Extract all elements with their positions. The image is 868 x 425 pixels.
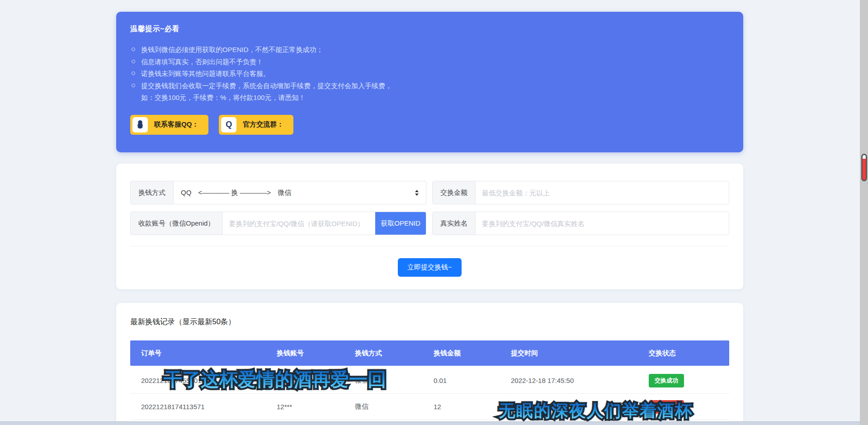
qq-penguin-icon (132, 117, 148, 132)
contact-qq-button[interactable]: 联系客服QQ： (130, 115, 208, 135)
notice-item: 如：交换100元，手续费：%，将付款100元，请悉知！ (130, 92, 729, 104)
time-cell: 2022-12-18 17:41:13 (511, 403, 649, 411)
order-cell: 20221218174113571 (141, 403, 277, 411)
account-group: 收款账号（微信Openid） 获取OPENID (130, 212, 426, 235)
status-cell: 交换成功 (649, 374, 729, 387)
notice-text: 如：交换100元，手续费：%，将付款100元，请悉知！ (141, 92, 305, 104)
col-status: 交换状态 (649, 349, 729, 358)
notice-item: 提交换钱我们会收取一定手续费，系统会自动增加手续费，提交支付会加入手续费， (130, 80, 729, 92)
realname-input[interactable] (476, 212, 729, 235)
notice-title: 温馨提示~必看 (130, 24, 729, 34)
amount-input[interactable] (476, 181, 729, 204)
method-value: QQ <———— 换 ————> 微信 (181, 189, 415, 197)
method-label: 换钱方式 (131, 181, 174, 204)
notice-text: 信息请填写真实，否则出问题不予负责！ (141, 56, 263, 68)
table-row: 20221218174113571 12*** 微信 12 2022-12-18… (130, 394, 729, 420)
main-container: 温馨提示~必看 换钱到微信必须使用获取的OPENID，不然不能正常换成功；信息请… (116, 0, 743, 425)
col-time: 提交时间 (511, 349, 649, 358)
bullet-marker (132, 71, 135, 75)
get-openid-button[interactable]: 获取OPENID (375, 212, 426, 235)
bullet-marker (132, 60, 135, 63)
method-group: 换钱方式 QQ <———— 换 ————> 微信 (130, 181, 426, 204)
form-grid: 换钱方式 QQ <———— 换 ————> 微信 交换金额 收款账号（微信Ope… (130, 181, 729, 235)
amount-label: 交换金额 (433, 181, 476, 204)
order-cell: 20221218174550018 (141, 377, 277, 384)
bullet-marker (132, 84, 135, 87)
notice-buttons: 联系客服QQ： Q 官方交流群： (130, 115, 729, 135)
col-method: 换钱方式 (355, 349, 434, 358)
notice-item: 换钱到微信必须使用获取的OPENID，不然不能正常换成功； (130, 44, 729, 56)
col-amount: 换钱金额 (434, 349, 511, 358)
horizontal-scrollbar[interactable] (0, 421, 868, 425)
notice-text: 换钱到微信必须使用获取的OPENID，不然不能正常换成功； (141, 44, 323, 56)
q-letter-icon: Q (221, 117, 236, 132)
col-account: 换钱账号 (277, 349, 355, 358)
official-group-label: 官方交流群： (243, 120, 283, 129)
scrollbar-thumb[interactable] (861, 154, 867, 181)
col-order: 订单号 (141, 349, 277, 358)
bullet-marker (132, 47, 135, 51)
table-row: 20221218174550018 微信 0.01 2022-12-18 17:… (130, 368, 729, 394)
account-label: 收款账号（微信Openid） (131, 212, 222, 235)
submit-row: 立即提交换钱~ (130, 246, 729, 277)
realname-label: 真实姓名 (433, 212, 476, 235)
notice-item: 诺换钱未到账等其他问题请联系平台客服。 (130, 68, 729, 80)
amount-cell: 0.01 (434, 377, 511, 384)
realname-group: 真实姓名 (432, 212, 729, 235)
table-header: 订单号 换钱账号 换钱方式 换钱金额 提交时间 交换状态 (130, 340, 729, 366)
status-badge: 交换失败 (649, 400, 684, 414)
notice-text: 诺换钱未到账等其他问题请联系平台客服。 (141, 68, 270, 80)
status-badge: 交换成功 (649, 374, 684, 387)
account-cell: 12*** (277, 403, 355, 411)
official-group-button[interactable]: Q 官方交流群： (219, 115, 293, 135)
notice-panel: 温馨提示~必看 换钱到微信必须使用获取的OPENID，不然不能正常换成功；信息请… (116, 12, 743, 152)
notice-text: 提交换钱我们会收取一定手续费，系统会自动增加手续费，提交支付会加入手续费， (141, 80, 392, 92)
time-cell: 2022-12-18 17:45:50 (511, 377, 649, 384)
records-table-body: 20221218174550018 微信 0.01 2022-12-18 17:… (130, 368, 729, 420)
vertical-scrollbar[interactable] (860, 0, 868, 425)
records-title: 最新换钱记录（显示最新50条） (130, 317, 729, 327)
method-cell: 微信 (355, 376, 434, 385)
method-cell: 微信 (355, 402, 434, 411)
submit-exchange-button[interactable]: 立即提交换钱~ (398, 258, 462, 277)
records-panel: 最新换钱记录（显示最新50条） 订单号 换钱账号 换钱方式 换钱金额 提交时间 … (116, 303, 743, 425)
page: { "colors": { "page_bg": "#eff3f8", "not… (0, 0, 868, 425)
up-down-arrows-icon (415, 190, 419, 196)
notice-list: 换钱到微信必须使用获取的OPENID，不然不能正常换成功；信息请填写真实，否则出… (130, 44, 729, 104)
amount-group: 交换金额 (432, 181, 729, 204)
notice-item: 信息请填写真实，否则出问题不予负责！ (130, 56, 729, 68)
method-select[interactable]: QQ <———— 换 ————> 微信 (174, 181, 426, 204)
exchange-form: 换钱方式 QQ <———— 换 ————> 微信 交换金额 收款账号（微信Ope… (116, 164, 743, 289)
contact-qq-label: 联系客服QQ： (154, 120, 198, 129)
openid-input[interactable] (222, 212, 375, 235)
status-cell: 交换失败 (649, 400, 729, 414)
amount-cell: 12 (434, 403, 511, 411)
